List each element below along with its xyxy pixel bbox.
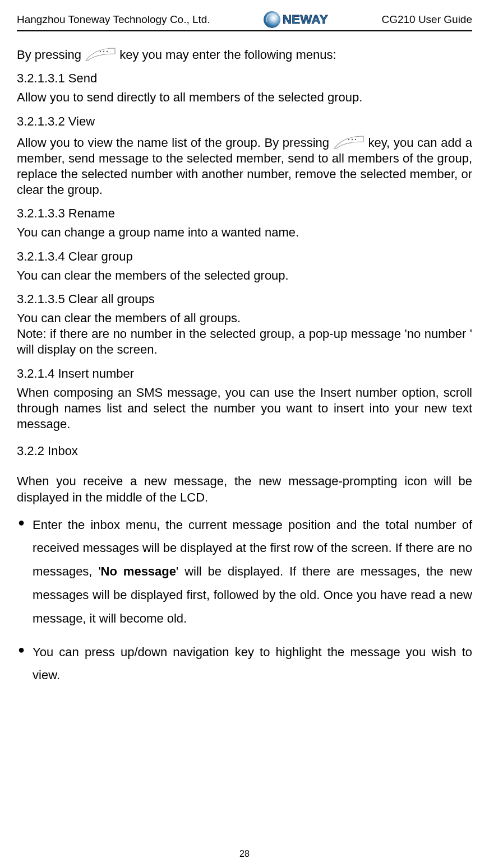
logo-text: NEWAY [283, 12, 328, 27]
intro-suffix: key you may enter the following menus: [119, 48, 336, 62]
logo: NEWAY [264, 11, 328, 28]
svg-point-5 [355, 139, 356, 140]
view-body-prefix: Allow you to view the name list of the g… [17, 136, 333, 150]
softkey-icon [333, 135, 365, 150]
page-number: 28 [0, 849, 489, 859]
section-inbox-title: 3.2.2 Inbox [17, 443, 472, 459]
section-clearall-title: 3.2.1.3.5 Clear all groups [17, 291, 472, 307]
page-header: Hangzhou Toneway Technology Co., Ltd. NE… [17, 11, 472, 31]
bullet-icon: ● [17, 640, 25, 688]
svg-point-0 [100, 51, 101, 52]
svg-point-4 [352, 139, 353, 140]
section-send-body: Allow you to send directly to all member… [17, 90, 472, 105]
section-cleargroup-title: 3.2.1.3.4 Clear group [17, 249, 472, 264]
document-body: By pressing key you may enter the follow… [17, 47, 472, 687]
list-item: ● Enter the inbox menu, the current mess… [17, 513, 472, 630]
section-view-title: 3.2.1.3.2 View [17, 114, 472, 129]
list-item: ● You can press up/down navigation key t… [17, 640, 472, 688]
section-send-title: 3.2.1.3.1 Send [17, 71, 472, 86]
inbox-bullets: ● Enter the inbox menu, the current mess… [17, 513, 472, 688]
company-name: Hangzhou Toneway Technology Co., Ltd. [17, 13, 210, 26]
logo-swirl-icon [264, 11, 280, 28]
intro-prefix: By pressing [17, 48, 85, 62]
section-clearall-body: You can clear the members of all groups. [17, 310, 472, 326]
section-clearall-note: Note: if there are no number in the sele… [17, 326, 472, 358]
section-cleargroup-body: You can clear the members of the selecte… [17, 268, 472, 284]
section-insert-body: When composing an SMS message, you can u… [17, 385, 472, 432]
softkey-icon [85, 47, 116, 62]
intro-line: By pressing key you may enter the follow… [17, 47, 472, 63]
page-container: Hangzhou Toneway Technology Co., Ltd. NE… [0, 0, 489, 868]
section-insert-title: 3.2.1.4 Insert number [17, 366, 472, 382]
svg-point-3 [348, 139, 349, 140]
section-inbox-lead: When you receive a new message, the new … [17, 474, 472, 505]
svg-point-2 [107, 51, 108, 52]
bullet-bold: No message [101, 564, 176, 578]
section-rename-title: 3.2.1.3.3 Rename [17, 206, 472, 221]
section-rename-body: You can change a group name into a wante… [17, 225, 472, 240]
section-view-body: Allow you to view the name list of the g… [17, 135, 472, 198]
svg-point-1 [103, 51, 104, 52]
bullet-body: You can press up/down navigation key to … [33, 640, 472, 688]
bullet-icon: ● [17, 513, 25, 630]
guide-title: CG210 User Guide [381, 13, 472, 26]
bullet-pre: You can press up/down navigation key to … [33, 645, 472, 683]
bullet-body: Enter the inbox menu, the current messag… [33, 513, 472, 630]
